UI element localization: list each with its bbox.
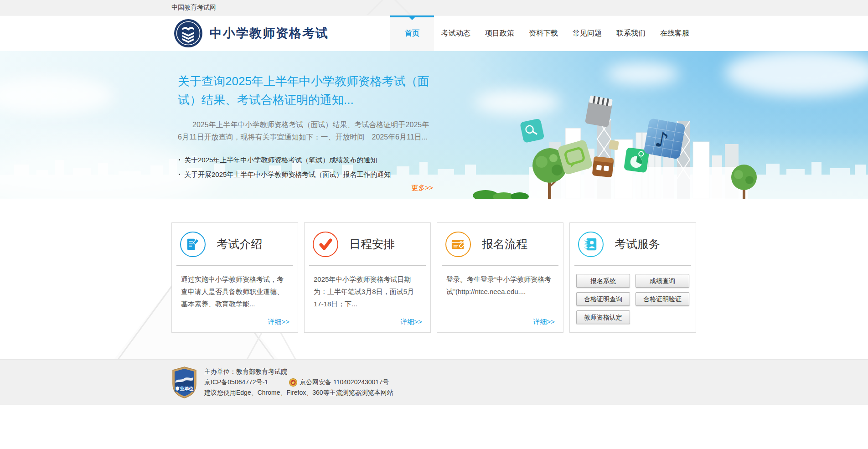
service-buttons: 报名系统 成绩查询 合格证明查询 合格证明验证 教师资格认定 [576,274,690,324]
card-title: 日程安排 [349,237,395,252]
police-badge-icon [289,378,297,387]
detail-link[interactable]: 详细>> [400,318,422,326]
nav-item-policies[interactable]: 项目政策 [478,15,522,51]
badge-label: 事业单位 [175,386,194,391]
more-link[interactable]: 更多>> [411,184,433,191]
featured-notice-summary: 2025年上半年中小学教师资格考试（面试）结果、考试合格证明于2025年6月11… [178,119,433,143]
news-link[interactable]: 关于2025年上半年中小学教师资格考试（笔试）成绩发布的通知 [184,156,377,164]
card-title: 考试介绍 [217,237,262,252]
cards-section: 考试介绍 通过实施中小学教师资格考试，考查申请人是否具备教师职业道德、基本素养、… [0,199,868,359]
header: 中小学教师资格考试 首页 考试动态 项目政策 资料下载 常见问题 联系我们 在线… [0,15,868,51]
detail-link[interactable]: 详细>> [533,318,555,326]
nav-item-home[interactable]: 首页 [390,15,434,51]
footer-icp: 京ICP备05064772号-1 [204,377,268,387]
footer-police-link[interactable]: 京公网安备 11040202430017号 [289,377,389,387]
featured-notice-title[interactable]: 关于查询2025年上半年中小学教师资格考试（面试）结果、考试合格证明的通知... [178,72,433,109]
exam-intro-icon [180,232,206,257]
certificate-verify-button[interactable]: 合格证明验证 [636,292,689,306]
card-title: 报名流程 [482,237,527,252]
footer: 事业单位 主办单位：教育部教育考试院 京ICP备05064772号-1 京公网安… [0,359,868,405]
service-book-icon [578,232,604,257]
footer-organizer: 主办单位：教育部教育考试院 [204,366,393,377]
schedule-check-icon [313,232,338,257]
nav-item-exam-news[interactable]: 考试动态 [434,15,478,51]
footer-browser-tip: 建议您使用Edge、Chrome、Firefox、360等主流浏览器浏览本网站 [204,387,393,398]
news-list: 关于2025年上半年中小学教师资格考试（笔试）成绩发布的通知 关于开展2025年… [178,154,433,180]
registration-system-button[interactable]: 报名系统 [576,274,630,288]
detail-link[interactable]: 详细>> [268,318,289,326]
nav-item-contact[interactable]: 联系我们 [609,15,653,51]
top-utility-bar: 中国教育考试网 [0,0,868,15]
card-schedule: 日程安排 2025年中小学教师资格考试日期为：上半年笔试3月8日，面试5月17-… [304,222,431,333]
card-exam-intro: 考试介绍 通过实施中小学教师资格考试，考查申请人是否具备教师职业道德、基本素养、… [171,222,298,333]
certificate-query-button[interactable]: 合格证明查询 [576,292,630,306]
news-item: 关于2025年上半年中小学教师资格考试（笔试）成绩发布的通知 [178,154,433,165]
divider [574,265,691,266]
main-nav: 首页 考试动态 项目政策 资料下载 常见问题 联系我们 在线客服 [390,15,697,51]
site-logo-icon [174,19,202,47]
registration-form-icon [445,232,471,257]
hero-banner: ♪ 关于查询2025年上半年中小学教师资格考试（面试）结果、考试合格证明的通知.… [0,51,868,199]
brand[interactable]: 中小学教师资格考试 [171,15,329,51]
score-query-button[interactable]: 成绩查询 [636,274,689,288]
news-item: 关于开展2025年上半年中小学教师资格考试（面试）报名工作的通知 [178,169,433,180]
nav-item-downloads[interactable]: 资料下载 [522,15,565,51]
footer-police-text: 京公网安备 11040202430017号 [300,377,389,387]
card-exam-services: 考试服务 报名系统 成绩查询 合格证明查询 合格证明验证 教师资格认定 [569,222,696,333]
site-title: 中小学教师资格考试 [210,25,329,41]
card-title: 考试服务 [615,237,660,252]
nav-item-faq[interactable]: 常见问题 [565,15,609,51]
teacher-accreditation-button[interactable]: 教师资格认定 [576,310,630,324]
news-link[interactable]: 关于开展2025年上半年中小学教师资格考试（面试）报名工作的通知 [184,170,391,178]
card-body-text: 登录。考生登录“中小学教师资格考试”(http://ntce.neea.edu.… [437,266,563,298]
card-registration-flow: 报名流程 登录。考生登录“中小学教师资格考试”(http://ntce.neea… [437,222,563,333]
card-body-text: 2025年中小学教师资格考试日期为：上半年笔试3月8日，面试5月17-18日；下… [305,266,430,310]
institution-badge-icon: 事业单位 [171,366,197,398]
nav-item-online-service[interactable]: 在线客服 [653,15,697,51]
site-name-link[interactable]: 中国教育考试网 [171,0,216,15]
card-body-text: 通过实施中小学教师资格考试，考查申请人是否具备教师职业道德、基本素养、教育教学能… [172,266,298,310]
